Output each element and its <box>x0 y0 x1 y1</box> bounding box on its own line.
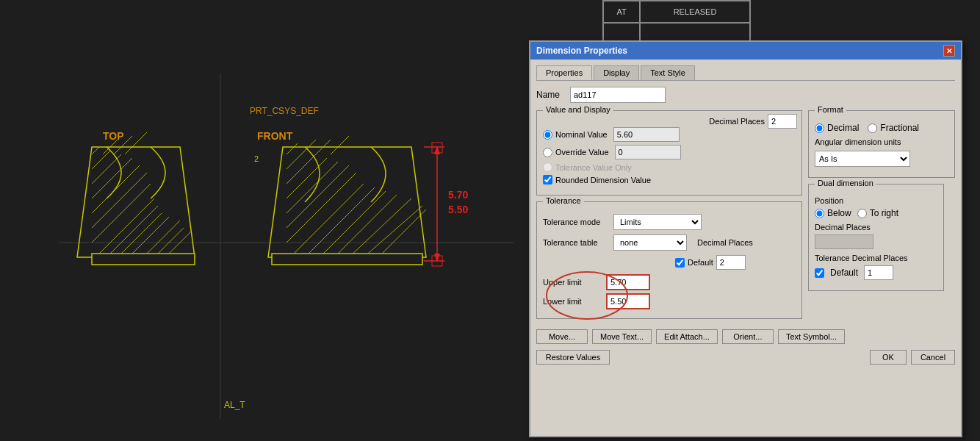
ok-cancel-buttons: OK Cancel <box>870 350 955 365</box>
move-text-button[interactable]: Move Text... <box>592 329 652 344</box>
tolerance-table-select[interactable]: none <box>613 234 687 251</box>
svg-line-25 <box>287 143 298 154</box>
svg-text:5.70: 5.70 <box>448 189 468 201</box>
upper-limit-row: Upper limit <box>543 274 796 290</box>
angular-select[interactable]: As Is Degrees Radians <box>815 151 910 167</box>
nominal-value-row: Nominal Value <box>543 127 796 142</box>
tol-dual-default-input[interactable] <box>864 265 893 280</box>
svg-line-40 <box>364 206 422 257</box>
svg-line-28 <box>331 136 349 154</box>
ok-button[interactable]: OK <box>870 350 907 365</box>
override-value-input[interactable] <box>615 145 681 159</box>
rounded-label: Rounded Dimension Value <box>555 176 651 184</box>
angular-row: Angular dimension units <box>815 137 948 146</box>
right-column: Format Decimal Fractional Angula <box>808 110 955 325</box>
upper-limit-input[interactable] <box>606 274 650 290</box>
tol-default-label: Default <box>688 258 713 267</box>
main-columns: Value and Display Decimal Places Nominal… <box>536 110 955 325</box>
svg-line-32 <box>287 162 338 213</box>
cancel-button[interactable]: Cancel <box>911 350 955 365</box>
rounded-checkbox-row: Rounded Dimension Value <box>543 175 796 184</box>
tab-properties[interactable]: Properties <box>536 65 592 80</box>
tab-text-style[interactable]: Text Style <box>641 65 695 80</box>
text-symbol-button[interactable]: Text Symbol... <box>778 329 845 344</box>
cell-released-text: RELEASED <box>674 7 717 16</box>
svg-text:2: 2 <box>254 154 259 163</box>
cell-at-text: AT <box>616 7 626 16</box>
name-label: Name <box>536 90 566 100</box>
name-input[interactable] <box>570 87 666 103</box>
dual-decimal-input[interactable] <box>815 234 873 249</box>
svg-rect-23 <box>92 254 195 265</box>
rounded-checkbox[interactable] <box>543 175 552 184</box>
dual-dimension-group: Dual dimension Position Below To right <box>808 184 944 291</box>
format-group: Format Decimal Fractional Angula <box>808 110 955 178</box>
decimal-format-item: Decimal <box>815 123 859 133</box>
tol-dual-default-label: Default <box>830 268 858 278</box>
svg-line-15 <box>92 184 151 243</box>
tolerance-label: Tolerance <box>543 196 584 205</box>
name-row: Name <box>536 87 955 103</box>
svg-line-35 <box>290 184 364 257</box>
svg-marker-5 <box>77 147 195 257</box>
value-display-group: Value and Display Decimal Places Nominal… <box>536 110 802 196</box>
override-value-label: Override Value <box>555 148 609 157</box>
svg-text:PRT_CSYS_DEF: PRT_CSYS_DEF <box>250 106 319 116</box>
decimal-label: Decimal <box>827 123 859 133</box>
upper-limit-label: Upper limit <box>543 278 602 287</box>
tolerance-value-only-row: Tolerance Value Only <box>543 162 796 172</box>
fractional-format-item: Fractional <box>868 123 919 133</box>
svg-text:TOP: TOP <box>103 130 124 142</box>
move-button[interactable]: Move... <box>536 329 588 344</box>
format-radio-row: Decimal Fractional <box>815 123 948 133</box>
format-label: Format <box>815 105 846 114</box>
cad-drawing: TOP FRONT PRT_CSYS_DEF <box>37 59 522 434</box>
to-right-label: To right <box>870 208 898 218</box>
dialog-titlebar: Dimension Properties ✕ <box>530 42 961 60</box>
svg-text:AL_T: AL_T <box>224 400 245 410</box>
below-label: Below <box>827 208 851 218</box>
orient-button[interactable]: Orient... <box>722 329 774 344</box>
svg-line-17 <box>107 206 158 257</box>
tol-dual-default-checkbox[interactable] <box>815 268 824 278</box>
bottom-row: Restore Values OK Cancel <box>536 350 955 365</box>
svg-line-16 <box>96 198 154 257</box>
cell-empty2 <box>640 23 750 41</box>
to-right-radio[interactable] <box>857 209 867 218</box>
override-value-radio[interactable] <box>543 148 552 157</box>
value-display-label: Value and Display <box>543 105 613 114</box>
below-radio[interactable] <box>815 209 824 218</box>
svg-line-31 <box>287 158 327 198</box>
svg-line-37 <box>320 191 386 257</box>
dual-position-row: Below To right <box>815 208 937 218</box>
tolerance-mode-select[interactable]: Limits Plus-Minus Nominal <box>613 214 702 230</box>
svg-line-9 <box>125 132 147 154</box>
tolerance-value-only-radio[interactable] <box>543 162 552 172</box>
tab-display[interactable]: Display <box>594 65 639 80</box>
edit-attach-button[interactable]: Edit Attach... <box>656 329 718 344</box>
svg-text:5.50: 5.50 <box>448 204 468 215</box>
nominal-value-radio[interactable] <box>543 130 552 140</box>
angular-label: Angular dimension units <box>815 137 901 146</box>
cell-empty1 <box>603 23 640 41</box>
decimal-radio[interactable] <box>815 123 824 133</box>
svg-line-34 <box>287 173 356 243</box>
nominal-value-input[interactable] <box>613 127 680 142</box>
nominal-value-label: Nominal Value <box>555 130 608 139</box>
lower-limit-input[interactable] <box>606 293 650 309</box>
svg-line-41 <box>378 209 426 257</box>
svg-line-10 <box>92 151 110 169</box>
svg-line-18 <box>118 213 162 257</box>
restore-button[interactable]: Restore Values <box>536 350 610 365</box>
tol-default-value-input[interactable] <box>716 255 746 270</box>
action-buttons: Move... Move Text... Edit Attach... Orie… <box>536 329 955 344</box>
svg-line-29 <box>287 151 305 169</box>
decimal-places-input[interactable] <box>768 114 797 129</box>
override-value-row: Override Value <box>543 145 796 159</box>
dual-dp-label: Decimal Places <box>815 223 937 232</box>
tol-default-row: Default <box>815 265 937 280</box>
tol-default-checkbox[interactable] <box>675 258 685 268</box>
cell-released: RELEASED <box>640 1 750 23</box>
close-button[interactable]: ✕ <box>943 45 955 57</box>
fractional-radio[interactable] <box>868 123 877 133</box>
